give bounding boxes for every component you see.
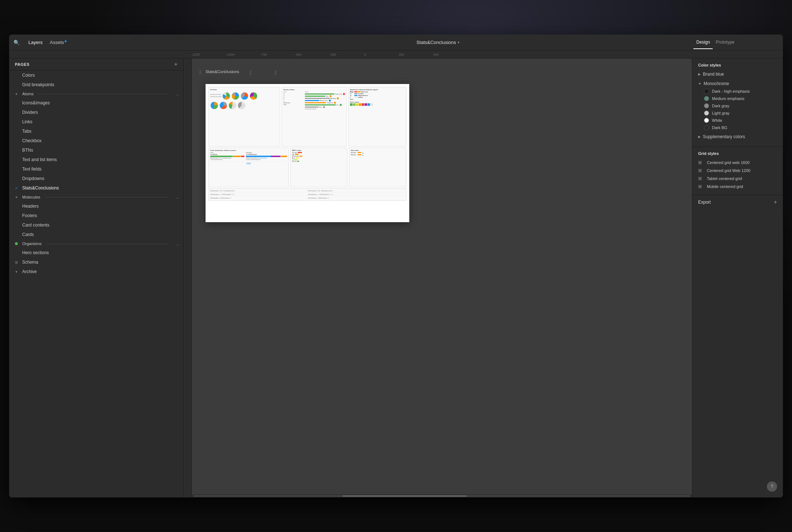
grid-item-1600[interactable]: ⊞ Centered grid web 1600 [698, 159, 777, 167]
tab-design[interactable]: Design [693, 36, 713, 49]
page-item-headers[interactable]: Headers [9, 201, 183, 211]
main-content: Pages + Colors Grid breakpoints ✦ Atoms … [9, 59, 783, 497]
grid-icon-1200: ⊞ [698, 168, 704, 173]
checkmark-icon: ✓ [15, 186, 19, 191]
tab-assets[interactable]: Assets [47, 38, 69, 47]
color-label-dark-high: Dark - high emphasis [712, 89, 750, 93]
grid-label-tablet: Tablet centered grid [707, 176, 742, 181]
pie-chart-3 [240, 92, 248, 100]
grid-icon-1600: ⊞ [698, 160, 704, 165]
top-bar-center: Stats&Conclusions ▾ [188, 40, 688, 45]
schema-icon: ⊞ [15, 260, 19, 264]
color-swatch-dark-bg [704, 125, 709, 130]
page-item-links[interactable]: Links [9, 117, 183, 127]
assets-dot [65, 40, 67, 42]
supplementary-header[interactable]: ▶ Supplementary colors [698, 133, 777, 141]
page-item-archive[interactable]: ✦ Archive [9, 267, 183, 276]
ruler-mark: -1250 [191, 53, 226, 56]
tab-prototype[interactable]: Prototype [713, 36, 737, 49]
color-label-dark-gray: Dark gray [712, 104, 729, 108]
color-item-light-gray[interactable]: Light gray [704, 109, 777, 117]
top-bar-left: 🔍 Layers Assets [13, 38, 188, 47]
search-icon[interactable]: 🔍 [13, 40, 20, 45]
ruler-mark: 0 [364, 53, 399, 56]
dots-menu[interactable]: ... [176, 92, 179, 96]
color-label-medium-emphasis: Medium emphasis [712, 96, 744, 101]
page-item-footers[interactable]: Footers [9, 211, 183, 220]
tab-layers[interactable]: Layers [25, 38, 45, 47]
page-item-text-list[interactable]: Text and list items [9, 155, 183, 164]
app-window: 🔍 Layers Assets Stats&Conclusions ▾ Desi… [9, 35, 783, 497]
color-item-dark-gray[interactable]: Dark gray [704, 102, 777, 109]
pages-add-button[interactable]: + [174, 61, 178, 67]
grid-label-mobile: Mobile centered grid [707, 184, 743, 189]
page-item-molecules[interactable]: ✦ Molecules ... [9, 193, 183, 201]
brand-blue-header[interactable]: ▶ Brand blue [698, 70, 777, 78]
page-item-checkbox[interactable]: Checkbox [9, 136, 183, 145]
monochrome-header[interactable]: ▼ Monochrome [698, 80, 777, 88]
canvas-area[interactable]: -500 -250 0 250 500 750 1000 1250 Stats&… [184, 59, 692, 497]
page-item-btns[interactable]: BTNs [9, 145, 183, 155]
dots-menu[interactable]: ... [176, 195, 179, 199]
top-bar: 🔍 Layers Assets Stats&Conclusions ▾ Desi… [9, 35, 783, 51]
chevron-down-icon: ▼ [698, 82, 701, 85]
grid-item-tablet[interactable]: ⊞ Tablet centered grid [698, 175, 777, 183]
current-page-name[interactable]: Stats&Conclusions ▾ [416, 40, 459, 45]
design-frame[interactable]: Pie Chart Interactions R Links R Interac… [206, 84, 409, 222]
export-add-button[interactable]: + [774, 199, 777, 205]
page-item-dividers[interactable]: Dividers [9, 108, 183, 117]
grid-label-1200: Centered grid Web 1200 [707, 168, 751, 173]
page-item-icons-images[interactable]: Icons&Images [9, 98, 183, 108]
page-item-colors[interactable]: Colors [9, 71, 183, 80]
color-swatch-medium-emphasis [704, 96, 709, 101]
color-item-dark-bg[interactable]: Dark BG [704, 124, 777, 131]
monochrome-items: Dark - high emphasis Medium emphasis Dar… [698, 88, 777, 131]
help-button[interactable]: ? [767, 481, 777, 492]
grid-styles-title: Grid styles [698, 151, 777, 156]
pie-chart-1 [222, 92, 230, 100]
color-item-dark-high[interactable]: Dark - high emphasis [704, 88, 777, 95]
page-item-tabs[interactable]: Tabs [9, 127, 183, 136]
color-styles-title: Color styles [698, 63, 777, 67]
export-title: Export [698, 200, 711, 205]
page-item-dropdowns[interactable]: Dropdowns [9, 174, 183, 183]
atoms-icon: ✦ [15, 92, 19, 96]
color-category-supplementary: ▶ Supplementary colors [698, 133, 777, 141]
color-item-medium-emphasis[interactable]: Medium emphasis [704, 95, 777, 102]
page-item-cards[interactable]: Cards [9, 230, 183, 239]
canvas-content: Stats&Conclusions Pie Chart Inte [206, 77, 689, 492]
monochrome-label: Monochrome [704, 81, 729, 86]
page-item-text-fields[interactable]: Text fields [9, 164, 183, 174]
color-swatch-light-gray [704, 111, 709, 116]
page-item-organisms[interactable]: Organisms ... [9, 239, 183, 248]
color-item-white[interactable]: White [704, 117, 777, 124]
grid-icon-mobile: ⊞ [698, 184, 704, 189]
page-item-card-contents[interactable]: Card contents [9, 220, 183, 230]
ruler-mark: -750 [260, 53, 295, 56]
ruler-mark: 250 [399, 53, 433, 56]
page-item-hero-sections[interactable]: Hero sections [9, 248, 183, 257]
page-item-stats-conclusions[interactable]: ✓ Stats&Conclusions [9, 183, 183, 193]
ruler-mark: 500 [433, 53, 468, 56]
supplementary-label: Supplementary colors [703, 134, 745, 139]
page-item-grid-breakpoints[interactable]: Grid breakpoints [9, 80, 183, 89]
pie-chart-5 [210, 101, 218, 109]
ruler-mark: -500 [295, 53, 330, 56]
canvas-scrollbar-h[interactable] [192, 495, 692, 497]
dots-menu[interactable]: ... [176, 242, 179, 246]
ruler-mark: -1000 [226, 53, 260, 56]
pie-chart-7 [228, 101, 236, 109]
page-item-schema[interactable]: ⊞ Schema [9, 257, 183, 267]
frame-label: Stats&Conclusions [206, 69, 239, 74]
grid-item-mobile[interactable]: ⊞ Mobile centered grid [698, 183, 777, 191]
grid-item-1200[interactable]: ⊞ Centered grid Web 1200 [698, 167, 777, 175]
pie-chart-4 [250, 92, 258, 100]
grid-icon-tablet: ⊞ [698, 176, 704, 181]
frame-content: Pie Chart Interactions R Links R Interac… [206, 84, 409, 222]
ruler-mark: -250 [330, 53, 364, 56]
pages-list: Colors Grid breakpoints ✦ Atoms ... Icon… [9, 71, 183, 497]
page-item-atoms[interactable]: ✦ Atoms ... [9, 89, 183, 98]
color-label-dark-bg: Dark BG [712, 125, 727, 130]
tab-group: Layers Assets [25, 38, 69, 47]
export-section: Export + [692, 195, 783, 209]
